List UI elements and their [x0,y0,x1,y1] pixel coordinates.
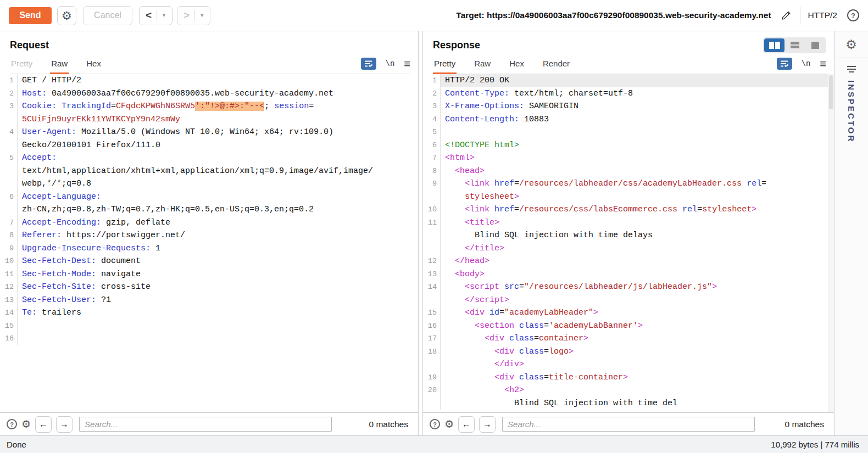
request-editor[interactable]: 1GET / HTTP/22Host: 0a49006003aa7f00c679… [0,74,418,412]
code-line: 6Accept-Language: [0,191,418,204]
panel-splitter[interactable] [419,31,422,435]
line-text: Gecko/20100101 Firefox/111.0 [18,139,160,152]
previous-match-button[interactable]: ← [35,416,52,433]
inspector-settings-icon[interactable]: ⚙ [845,38,857,51]
previous-match-button[interactable]: ← [458,416,475,433]
chevron-down-icon: ▼ [195,13,209,18]
word-wrap-button[interactable] [777,58,792,70]
code-line: 5CUiFjn9uyrEKk11YWTKCYpY9n42smWy [0,113,418,126]
scrollbar-thumb[interactable] [829,75,833,109]
line-number [0,203,18,216]
line-text [441,126,445,139]
menu-icon[interactable]: ≡ [820,58,826,69]
cancel-button[interactable]: Cancel [83,6,132,25]
line-text: Accept-Language: [18,191,101,204]
response-search-bar: ? ⚙ ← → 0 matches [423,412,834,435]
layout-single-button[interactable] [805,38,825,52]
response-editor[interactable]: 1HTTP/2 200 OK2Content-Type: text/html; … [423,74,834,412]
code-line: 5Accept: [0,152,418,165]
line-number: 3 [0,100,18,113]
word-wrap-icon [780,60,789,68]
code-line: 10Sec-Fetch-Dest: document [0,255,418,268]
line-number: 16 [0,332,18,345]
layout-columns-button[interactable] [764,38,784,52]
code-line: </title> [423,242,834,255]
back-button[interactable]: < ▼ [139,6,173,25]
line-number [423,229,441,242]
search-settings-icon[interactable]: ⚙ [21,419,31,429]
response-title: Response [433,40,480,51]
word-wrap-button[interactable] [361,58,376,70]
request-search-input[interactable] [79,417,332,432]
send-button[interactable]: Send [9,7,52,24]
response-match-count: 0 matches [784,420,827,429]
line-text: Upgrade-Insecure-Requests: 1 [18,242,160,255]
tab-raw[interactable]: Raw [473,54,492,74]
tab-pretty[interactable]: Pretty [433,54,457,74]
code-line: 12Sec-Fetch-Site: cross-site [0,281,418,294]
code-line: 15 [0,320,418,333]
tab-hex[interactable]: Hex [508,54,525,74]
line-text: </head> [441,255,489,268]
line-text: <section class='academyLabBanner'> [441,320,643,333]
line-number: 10 [423,203,441,216]
tab-raw[interactable]: Raw [50,54,69,74]
search-settings-icon[interactable]: ⚙ [444,419,454,429]
search-help-icon[interactable]: ? [430,419,440,429]
line-number: 11 [0,268,18,281]
show-newlines-icon[interactable]: \n [386,59,395,68]
code-line: 7<html> [423,152,834,165]
menu-icon[interactable]: ≡ [404,58,410,69]
line-number: 19 [423,371,441,384]
line-text: Referer: https://portswigger.net/ [18,229,185,242]
line-number: 12 [423,255,441,268]
editor-split: Request PrettyRawHex \n ≡ 1GET [0,31,868,435]
chevron-down-icon[interactable]: ▼ [157,13,171,18]
line-text: Content-Length: 10883 [441,113,549,126]
tab-hex[interactable]: Hex [85,54,102,74]
line-number: 5 [423,126,441,139]
scrollbar[interactable] [828,74,834,412]
line-text: stylesheet> [441,191,519,204]
response-stats: 10,992 bytes | 774 millis [771,440,861,449]
code-line: 15 <div id="academyLabHeader"> [423,306,834,320]
line-text: Content-Type: text/html; charset=utf-8 [441,87,633,100]
forward-icon: > [179,9,194,21]
response-tabs: PrettyRawHexRender \n ≡ [433,54,826,74]
code-line: 16 [0,332,418,345]
search-help-icon[interactable]: ? [7,419,17,429]
line-text: Host: 0a49006003aa7f00c679290f00890035.w… [18,87,333,100]
line-number: 8 [0,229,18,242]
code-line: 12 </head> [423,255,834,268]
back-icon: < [141,9,157,21]
http-version-label[interactable]: HTTP/2 [808,10,837,20]
code-line: 11Sec-Fetch-Mode: navigate [0,268,418,281]
line-text: Cookie: TrackingId=CFqdcKPWGhN6SRW5':"!>… [18,100,314,113]
inspector-tab[interactable]: INSPECTOR [847,80,856,143]
response-search-input[interactable] [502,417,755,432]
divider [800,7,800,24]
line-number: 14 [423,281,441,294]
request-panel: Request PrettyRawHex \n ≡ 1GET [0,31,419,435]
gear-icon: ⚙ [62,10,72,21]
code-line: zh-CN,zh;q=0.8,zh-TW;q=0.7,zh-HK;q=0.5,e… [0,203,418,216]
line-number [423,294,441,307]
next-match-button[interactable]: → [56,416,73,433]
line-text: Accept-Encoding: gzip, deflate [18,216,170,230]
code-line: 20 <h2> [423,384,834,397]
request-title: Request [10,40,49,51]
inspector-collapse-icon[interactable] [847,66,856,72]
code-line: 4User-Agent: Mozilla/5.0 (Windows NT 10.… [0,126,418,139]
word-wrap-icon [364,60,373,68]
send-settings-button[interactable]: ⚙ [57,6,76,25]
show-newlines-icon[interactable]: \n [802,59,811,68]
edit-target-pencil-icon[interactable] [780,9,792,21]
line-number: 5 [0,152,18,165]
layout-rows-button[interactable] [784,38,805,52]
help-icon[interactable]: ? [847,9,859,21]
tab-render[interactable]: Render [542,54,571,74]
next-match-button[interactable]: → [479,416,496,433]
inspector-rail: ⚙ INSPECTOR [834,31,868,435]
line-text: <div class=container> [441,332,588,345]
code-line: 14Te: trailers [0,306,418,320]
